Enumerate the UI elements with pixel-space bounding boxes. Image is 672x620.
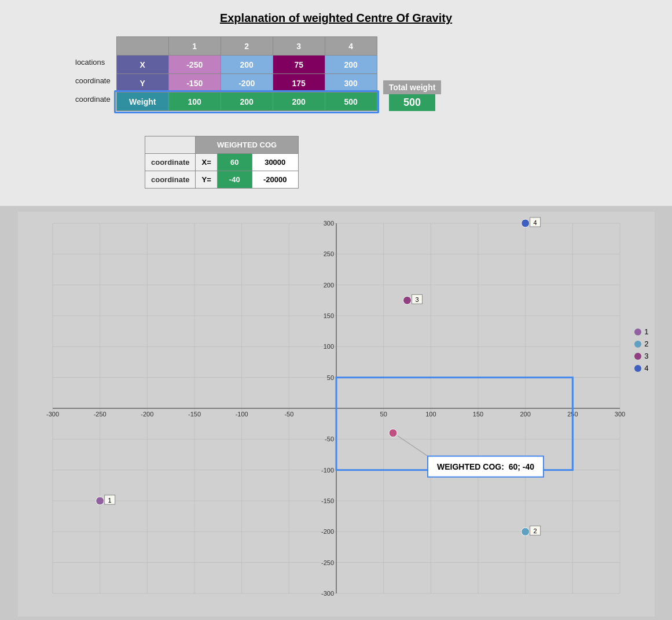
chart-container: 1 2 3 4 bbox=[18, 212, 655, 617]
header-row: 1 2 3 4 bbox=[116, 37, 377, 56]
row-labels: locations coordinate coordinate bbox=[75, 36, 114, 127]
weight-val-1: 100 bbox=[168, 93, 221, 111]
cog-y-row: coordinate Y= -40 -20000 bbox=[145, 171, 299, 189]
blue-box-wrapper: 1 2 3 4 X -250 200 75 200 bbox=[116, 36, 377, 111]
total-weight-label: Total weight bbox=[383, 80, 442, 94]
y-label: Y bbox=[116, 74, 168, 93]
cog-section: WEIGHTED COG coordinate X= 60 30000 coor… bbox=[145, 136, 655, 189]
top-section: Explanation of weighted Centre Of Gravit… bbox=[0, 0, 672, 206]
cog-row-label-x: coordinate bbox=[145, 154, 196, 171]
legend-label-1: 1 bbox=[644, 327, 648, 336]
legend-item-3: 3 bbox=[634, 352, 648, 360]
weight-val-2: 200 bbox=[221, 93, 273, 111]
y-val-4: 300 bbox=[325, 74, 377, 93]
cog-x-product: 30000 bbox=[252, 154, 298, 171]
header-1: 1 bbox=[168, 37, 221, 56]
cog-table: WEIGHTED COG coordinate X= 60 30000 coor… bbox=[145, 136, 299, 189]
x-row: X -250 200 75 200 bbox=[116, 56, 377, 74]
legend-dot-4 bbox=[634, 365, 641, 372]
cog-y-product: -20000 bbox=[252, 171, 298, 189]
table-with-total: 1 2 3 4 X -250 200 75 200 bbox=[116, 36, 442, 111]
x-val-2: 200 bbox=[221, 56, 273, 74]
y-val-3: 175 bbox=[273, 74, 325, 93]
weight-label: Weight bbox=[116, 93, 168, 111]
header-3: 3 bbox=[273, 37, 325, 56]
header-empty bbox=[116, 37, 168, 56]
page-title: Explanation of weighted Centre Of Gravit… bbox=[17, 12, 655, 25]
x-label: X bbox=[116, 56, 168, 74]
y-val-2: -200 bbox=[221, 74, 273, 93]
cog-x-label: X= bbox=[196, 154, 217, 171]
cog-row-label-y: coordinate bbox=[145, 171, 196, 189]
legend-label-2: 2 bbox=[644, 339, 648, 348]
header-2: 2 bbox=[221, 37, 273, 56]
header-4: 4 bbox=[325, 37, 377, 56]
legend-dot-1 bbox=[634, 329, 641, 335]
row-label-coord-x: coordinate bbox=[75, 71, 114, 90]
legend-dot-3 bbox=[634, 353, 641, 360]
total-weight-value: 500 bbox=[389, 94, 435, 111]
weight-val-3: 200 bbox=[273, 93, 325, 111]
cog-y-value: -40 bbox=[217, 171, 252, 189]
cog-header-empty bbox=[145, 136, 196, 154]
legend-item-1: 1 bbox=[634, 327, 648, 336]
cog-x-row: coordinate X= 60 30000 bbox=[145, 154, 299, 171]
total-weight-box: Total weight 500 bbox=[383, 46, 442, 111]
y-val-1: -150 bbox=[168, 74, 221, 93]
legend-dot-2 bbox=[634, 341, 641, 348]
x-val-1: -250 bbox=[168, 56, 221, 74]
main-table: 1 2 3 4 X -250 200 75 200 bbox=[116, 36, 377, 111]
chart-canvas bbox=[18, 212, 631, 617]
row-label-weight bbox=[75, 108, 114, 127]
chart-section: 1 2 3 4 bbox=[0, 206, 672, 620]
cog-y-label: Y= bbox=[196, 171, 217, 189]
legend-label-4: 4 bbox=[644, 364, 648, 372]
legend: 1 2 3 4 bbox=[634, 327, 648, 372]
cog-header-row: WEIGHTED COG bbox=[145, 136, 299, 154]
cog-x-value: 60 bbox=[217, 154, 252, 171]
row-label-coord-y: coordinate bbox=[75, 90, 114, 108]
legend-item-4: 4 bbox=[634, 364, 648, 372]
legend-item-2: 2 bbox=[634, 339, 648, 348]
weight-val-4: 500 bbox=[325, 93, 377, 111]
weight-row: Weight 100 200 200 500 bbox=[116, 93, 377, 111]
x-val-4: 200 bbox=[325, 56, 377, 74]
y-row: Y -150 -200 175 300 bbox=[116, 74, 377, 93]
row-label-locations: locations bbox=[75, 53, 114, 71]
legend-label-3: 3 bbox=[644, 352, 648, 360]
table-area: locations coordinate coordinate 1 2 3 4 bbox=[75, 36, 655, 127]
cog-header: WEIGHTED COG bbox=[196, 136, 298, 154]
x-val-3: 75 bbox=[273, 56, 325, 74]
